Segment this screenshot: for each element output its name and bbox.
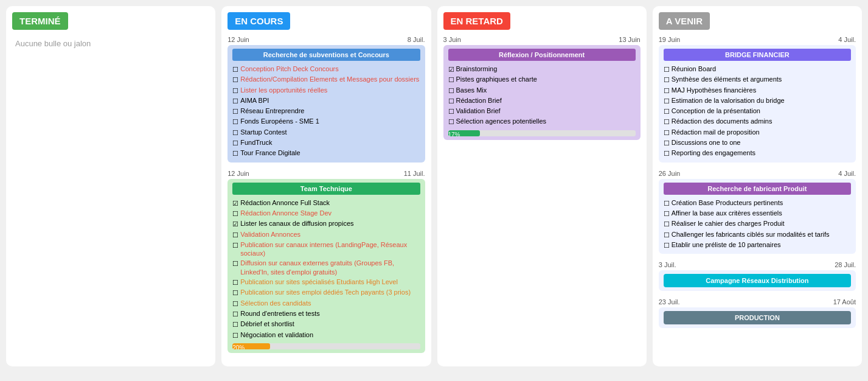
item-text: Affiner la base aux critères essentiels <box>672 209 782 217</box>
list-item: ☐Rédaction/Compilation Elements et Messa… <box>232 74 420 85</box>
item-text: Lister les opportunités réelles <box>240 86 327 94</box>
card-title: Team Technique <box>232 183 420 195</box>
list-item: ☐Tour France Digitale <box>232 148 420 158</box>
list-item: ☐Fonds Européens - SME 1 <box>232 116 420 127</box>
checkbox-icon: ☐ <box>232 241 238 250</box>
item-text: Bases Mix <box>456 86 487 94</box>
item-text: Reporting des engagements <box>672 149 755 157</box>
list-item: ☐Estimation de la valorisation du bridge <box>664 96 851 106</box>
card-end-date: 8 Juil. <box>408 36 425 43</box>
list-item: ☐Négociation et validation <box>232 330 420 340</box>
list-item: ☐Pistes graphiques et charte <box>448 74 636 85</box>
checkbox-icon: ☐ <box>232 231 238 239</box>
column-retard: EN RETARD3 Juin13 JuinRéflexion / Positi… <box>437 6 647 366</box>
item-text: Validation Brief <box>456 107 501 115</box>
list-item: ☐Lister les opportunités réelles <box>232 85 420 96</box>
checkbox-icon: ☐ <box>448 107 454 116</box>
progress-label: 17% <box>448 131 460 136</box>
card: PRODUCTION <box>659 307 856 328</box>
checkbox-icon: ☐ <box>448 97 454 105</box>
item-text: Round d'entretiens et tests <box>240 309 320 318</box>
checkbox-icon: ☐ <box>232 278 238 287</box>
checkbox-icon: ☐ <box>232 310 238 318</box>
list-item: ☐Etablir une préliste de 10 partenaires <box>664 240 851 250</box>
item-text: Sélection des candidats <box>240 299 311 307</box>
item-text: Validation Annonces <box>240 230 300 239</box>
card: Recherche de fabricant Produit☐Création … <box>659 179 856 254</box>
checkbox-icon: ☐ <box>664 117 670 126</box>
card-items: ☑Rédaction Annonce Full Stack☐Rédaction … <box>232 198 420 340</box>
item-text: Réaliser le cahier des charges Produit <box>672 219 785 228</box>
list-item: ☐Round d'entretiens et tests <box>232 309 420 319</box>
item-text: Diffusion sur canaux externes gratuits (… <box>240 259 420 276</box>
list-item: ☐Sélection des candidats <box>232 298 420 309</box>
card-wrapper-avenir-3: 23 Juil.17 AoûtPRODUCTION <box>659 298 856 328</box>
list-item: ☐Challenger les fabricants ciblés sur mo… <box>664 229 851 240</box>
card-wrapper-retard-0: 3 Juin13 JuinRéflexion / Positionnement☑… <box>443 36 641 140</box>
checkbox-icon: ☐ <box>232 128 238 137</box>
list-item: ☐FundTruck <box>232 138 420 148</box>
list-item: ☐Bases Mix <box>448 85 636 96</box>
column-termine: TERMINÉAucune bulle ou jalon <box>6 6 215 366</box>
item-text: Pistes graphiques et charte <box>456 75 537 83</box>
checkbox-icon: ☐ <box>232 331 238 340</box>
card-end-date: 28 Juil. <box>835 261 856 268</box>
checkbox-icon: ☐ <box>232 97 238 105</box>
checkbox-icon: ☐ <box>232 65 238 74</box>
checkbox-icon: ☐ <box>232 259 238 268</box>
card-meta: 19 Juin4 Juil. <box>659 36 856 43</box>
list-item: ☐Rédaction Annonce Stage Dev <box>232 208 420 218</box>
card-title: Campagne Réseaux Distribution <box>664 274 851 287</box>
checkbox-icon: ☐ <box>664 139 670 147</box>
checkbox-icon: ☑ <box>232 199 238 208</box>
checkbox-icon: ☐ <box>232 209 238 218</box>
item-text: Estimation de la valorisation du bridge <box>672 96 785 105</box>
checkbox-icon: ☐ <box>664 209 670 218</box>
checkbox-icon: ☐ <box>232 117 238 126</box>
item-text: Sélection agences potentielles <box>456 117 547 125</box>
card-wrapper-avenir-0: 19 Juin4 Juil.BRIDGE FINANCIER☐Réunion B… <box>659 36 856 163</box>
card-meta: 23 Juil.17 Août <box>659 298 856 306</box>
list-item: ☐Réseau Entreprendre <box>232 106 420 116</box>
kanban-board: TERMINÉAucune bulle ou jalonEN COURS12 J… <box>6 6 862 366</box>
checkbox-icon: ☐ <box>232 139 238 147</box>
list-item: ☐Startup Contest <box>232 127 420 138</box>
item-text: Synthèse des éléments et arguments <box>672 75 782 83</box>
card-start-date: 26 Juin <box>659 170 680 177</box>
list-item: ☐Publication sur sites emploi dédiés Tec… <box>232 287 420 298</box>
item-text: Réunion Board <box>672 65 716 73</box>
list-item: ☐Synthèse des éléments et arguments <box>664 74 851 85</box>
card-end-date: 4 Juil. <box>838 170 856 177</box>
item-text: Conception Pitch Deck Concours <box>240 65 338 73</box>
item-text: AIMA BPI <box>240 96 269 105</box>
checkbox-icon: ☐ <box>664 97 670 105</box>
checkbox-icon: ☐ <box>448 86 454 95</box>
card-items: ☑Brainstorming☐Pistes graphiques et char… <box>448 64 636 127</box>
card-items: ☐Conception Pitch Deck Concours☐Rédactio… <box>232 64 420 159</box>
list-item: ☐Réunion Board <box>664 64 851 74</box>
item-text: Lister les canaux de diffusion propices <box>240 219 353 228</box>
item-text: Rédaction des documents admins <box>672 117 773 125</box>
checkbox-icon: ☐ <box>664 220 670 228</box>
card-end-date: 11 Juil. <box>404 170 425 177</box>
checkbox-icon: ☑ <box>232 220 238 228</box>
column-encours: EN COURS12 Juin8 Juil.Recherche de subve… <box>221 6 431 366</box>
card: Réflexion / Positionnement☑Brainstorming… <box>443 45 641 140</box>
card-start-date: 3 Juin <box>443 36 461 43</box>
item-text: Fonds Européens - SME 1 <box>240 117 319 125</box>
card-wrapper-encours-1: 12 Juin11 Juil.Team Technique☑Rédaction … <box>227 170 425 353</box>
card-title: PRODUCTION <box>664 311 851 324</box>
card-title: Recherche de subventions et Concours <box>232 49 420 61</box>
list-item: ☑Brainstorming <box>448 64 636 74</box>
checkbox-icon: ☐ <box>664 231 670 239</box>
list-item: ☐Conception Pitch Deck Concours <box>232 64 420 74</box>
column-header-retard: EN RETARD <box>443 12 510 30</box>
progress-bar: 20% <box>232 343 270 349</box>
card-wrapper-avenir-2: 3 Juil.28 Juil.Campagne Réseaux Distribu… <box>659 261 856 291</box>
card-meta: 12 Juin8 Juil. <box>227 36 425 43</box>
item-text: FundTruck <box>240 138 272 147</box>
card-title: BRIDGE FINANCIER <box>664 49 851 61</box>
item-text: Challenger les fabricants ciblés sur mod… <box>672 230 830 239</box>
list-item: ☐Publication sur canaux internes (Landin… <box>232 240 420 259</box>
item-text: Brainstorming <box>456 65 498 73</box>
